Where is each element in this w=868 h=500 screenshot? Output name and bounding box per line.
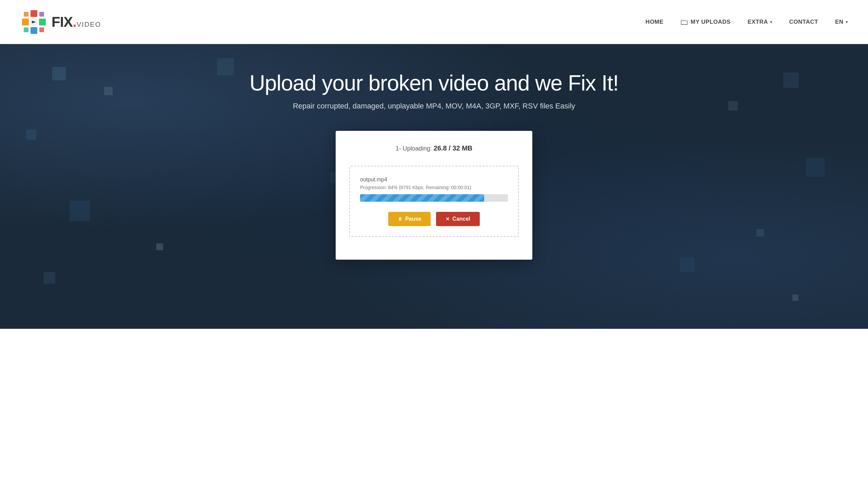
- svg-rect-6: [24, 12, 29, 16]
- svg-rect-2: [39, 19, 46, 25]
- pause-icon: ⏸: [398, 216, 403, 222]
- status-prefix: 1- Uploading:: [396, 145, 434, 152]
- hero-content: Upload your broken video and we Fix It! …: [0, 71, 868, 131]
- file-name: output.mp4: [360, 177, 508, 183]
- nav-extra[interactable]: EXTRA ▾: [748, 19, 773, 25]
- logo-text: FIX . VIDEO: [52, 14, 101, 30]
- cancel-button[interactable]: ✕ Cancel: [436, 212, 480, 226]
- upload-status: 1- Uploading: 26.8 / 32 MB: [349, 145, 519, 152]
- hero-subtitle: Repair corrupted, damaged, unplayable MP…: [0, 102, 868, 111]
- hero-title: Upload your broken video and we Fix It!: [0, 71, 868, 95]
- svg-rect-0: [31, 10, 37, 17]
- uploads-folder-icon: [680, 19, 688, 25]
- progression-text: Progression: 84% (8791 Kbps; Remaining: …: [360, 185, 508, 190]
- progress-bar-fill: [360, 194, 484, 202]
- nav-contact[interactable]: CONTACT: [789, 19, 818, 25]
- logo-icon: [20, 9, 47, 36]
- upload-card: 1- Uploading: 26.8 / 32 MB output.mp4 Pr…: [336, 131, 532, 260]
- svg-rect-8: [24, 27, 29, 32]
- extra-chevron-icon: ▾: [770, 20, 773, 24]
- hero-section: Upload your broken video and we Fix It! …: [0, 44, 868, 329]
- nav-home[interactable]: HOME: [645, 19, 664, 25]
- svg-rect-7: [40, 12, 44, 16]
- svg-rect-1: [22, 19, 29, 25]
- progress-bar-container: [360, 194, 508, 202]
- svg-rect-3: [31, 27, 37, 34]
- logo-video: VIDEO: [77, 21, 101, 29]
- upload-drop-area[interactable]: output.mp4 Progression: 84% (8791 Kbps; …: [349, 166, 519, 237]
- nav-lang[interactable]: EN ▾: [835, 19, 848, 25]
- cancel-label: Cancel: [452, 216, 470, 222]
- site-header: FIX . VIDEO HOME MY UPLOADS EXTRA ▾ CONT…: [0, 0, 868, 44]
- upload-progress-text: 26.8 / 32 MB: [434, 145, 473, 152]
- logo-fix: FIX: [52, 14, 72, 30]
- cancel-icon: ✕: [446, 216, 450, 222]
- svg-rect-9: [40, 27, 44, 32]
- pause-label: Pause: [405, 216, 421, 222]
- logo-dot: .: [72, 14, 77, 30]
- pause-button[interactable]: ⏸ Pause: [388, 212, 431, 226]
- main-nav: HOME MY UPLOADS EXTRA ▾ CONTACT EN ▾: [645, 19, 848, 25]
- lang-chevron-icon: ▾: [846, 20, 848, 24]
- upload-buttons: ⏸ Pause ✕ Cancel: [360, 212, 508, 226]
- logo[interactable]: FIX . VIDEO: [20, 9, 101, 36]
- nav-uploads[interactable]: MY UPLOADS: [680, 19, 731, 25]
